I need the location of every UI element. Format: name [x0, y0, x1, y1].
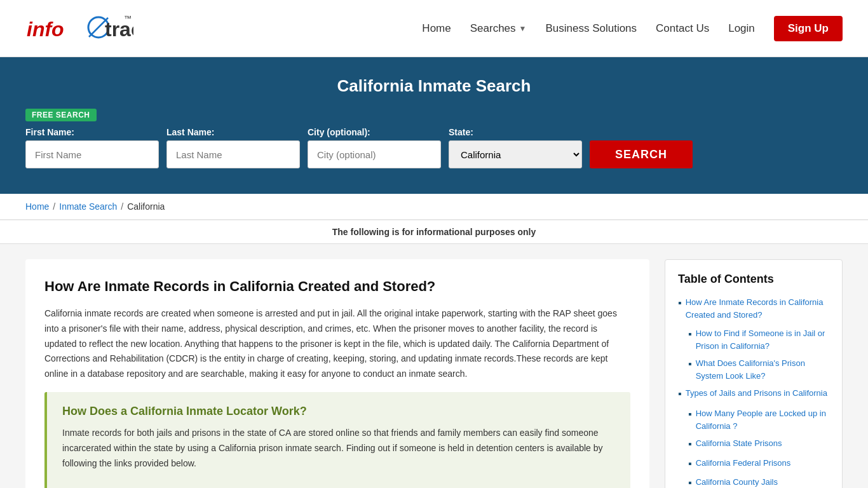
main-content: How Are Inmate Records in California Cre… — [0, 244, 868, 488]
signup-button[interactable]: Sign Up — [774, 16, 843, 41]
first-name-input[interactable] — [25, 140, 159, 168]
nav-login[interactable]: Login — [728, 22, 755, 35]
toc-bullet-0: ▪ — [678, 296, 682, 310]
header: info tracer ™ Home Searches ▼ Business S… — [0, 0, 868, 57]
search-form-container: FREE SEARCH First Name: Last Name: City … — [25, 109, 843, 168]
search-form: First Name: Last Name: City (optional): … — [25, 126, 843, 168]
info-banner: The following is for informational purpo… — [0, 220, 868, 244]
breadcrumb-current: California — [127, 201, 165, 212]
toc-sublist: ▪ How to Find if Someone is in Jail or P… — [688, 327, 829, 382]
sub-section-title: How Does a California Inmate Locator Wor… — [62, 405, 615, 418]
list-item: ▪ What Does California's Prison System L… — [688, 357, 829, 382]
sub-section-p: Inmate records for both jails and prison… — [62, 426, 615, 471]
city-label: City (optional): — [308, 127, 441, 137]
toc-bullet-2: ▪ — [688, 357, 692, 371]
toc-box: Table of Contents ▪ How Are Inmate Recor… — [665, 259, 843, 488]
nav-searches[interactable]: Searches ▼ — [470, 22, 527, 35]
list-item: ▪ California Federal Prisons — [688, 457, 829, 471]
toc-bullet-4: ▪ — [688, 407, 692, 421]
last-name-group: Last Name: — [166, 127, 300, 168]
list-item: ▪ California State Prisons — [688, 437, 829, 451]
breadcrumb-inmate-search[interactable]: Inmate Search — [59, 201, 117, 212]
list-item: ▪ How to Find if Someone is in Jail or P… — [688, 327, 829, 352]
article: How Are Inmate Records in California Cre… — [25, 259, 649, 488]
toc-bullet-5: ▪ — [688, 437, 692, 451]
sub-section: How Does a California Inmate Locator Wor… — [44, 392, 630, 488]
breadcrumb-sep-2: / — [121, 201, 123, 212]
list-item: ▪ California County Jails — [688, 476, 829, 488]
toc-link-0[interactable]: How Are Inmate Records in California Cre… — [686, 296, 829, 321]
toc-bullet-6: ▪ — [688, 457, 692, 471]
state-label: State: — [449, 127, 582, 137]
nav-contact-us[interactable]: Contact Us — [656, 22, 709, 35]
last-name-input[interactable] — [166, 140, 300, 168]
toc-link-6[interactable]: California Federal Prisons — [696, 457, 791, 470]
free-search-badge: FREE SEARCH — [25, 109, 97, 121]
svg-text:™: ™ — [124, 14, 132, 23]
toc-link-2[interactable]: What Does California's Prison System Loo… — [696, 357, 829, 382]
main-nav: Home Searches ▼ Business Solutions Conta… — [422, 16, 843, 41]
toc-link-3[interactable]: Types of Jails and Prisons in California — [686, 387, 827, 400]
svg-text:info: info — [27, 18, 64, 41]
state-group: State: California Alabama Alaska Arizona… — [449, 127, 582, 168]
toc-title: Table of Contents — [678, 273, 829, 286]
toc-link-7[interactable]: California County Jails — [696, 476, 778, 488]
breadcrumb-sep-1: / — [53, 201, 55, 212]
list-item: ▪ Types of Jails and Prisons in Californ… — [678, 387, 829, 401]
nav-searches-label: Searches — [470, 22, 516, 35]
search-button[interactable]: SEARCH — [590, 140, 693, 168]
toc-link-1[interactable]: How to Find if Someone is in Jail or Pri… — [696, 327, 829, 352]
toc-bullet-7: ▪ — [688, 476, 692, 488]
hero-title: California Inmate Search — [25, 76, 843, 96]
list-item: ▪ How Many People are Locked up in Calif… — [688, 407, 829, 432]
first-name-group: First Name: — [25, 127, 159, 168]
toc-bullet-1: ▪ — [688, 327, 692, 341]
nav-home[interactable]: Home — [422, 22, 451, 35]
sidebar: Table of Contents ▪ How Are Inmate Recor… — [665, 259, 843, 488]
toc-link-4[interactable]: How Many People are Locked up in Califor… — [696, 407, 829, 432]
breadcrumb-home[interactable]: Home — [25, 201, 49, 212]
first-name-label: First Name: — [25, 127, 159, 137]
article-title: How Are Inmate Records in California Cre… — [44, 278, 630, 295]
article-p1: California inmate records are created wh… — [44, 306, 630, 382]
chevron-down-icon: ▼ — [519, 24, 527, 33]
hero-section: California Inmate Search FREE SEARCH Fir… — [0, 57, 868, 194]
list-item: ▪ How Are Inmate Records in California C… — [678, 296, 829, 321]
logo[interactable]: info tracer ™ — [25, 10, 133, 48]
toc-sublist-2: ▪ How Many People are Locked up in Calif… — [688, 407, 829, 488]
toc-bullet-3: ▪ — [678, 387, 682, 401]
state-select[interactable]: California Alabama Alaska Arizona Arkans… — [449, 140, 582, 168]
city-group: City (optional): — [308, 127, 441, 168]
toc-list: ▪ How Are Inmate Records in California C… — [678, 296, 829, 488]
logo-svg: info tracer ™ — [25, 10, 133, 48]
last-name-label: Last Name: — [166, 127, 300, 137]
toc-link-5[interactable]: California State Prisons — [696, 437, 782, 450]
breadcrumb: Home / Inmate Search / California — [0, 194, 868, 220]
city-input[interactable] — [308, 140, 441, 168]
nav-business-solutions[interactable]: Business Solutions — [545, 22, 637, 35]
